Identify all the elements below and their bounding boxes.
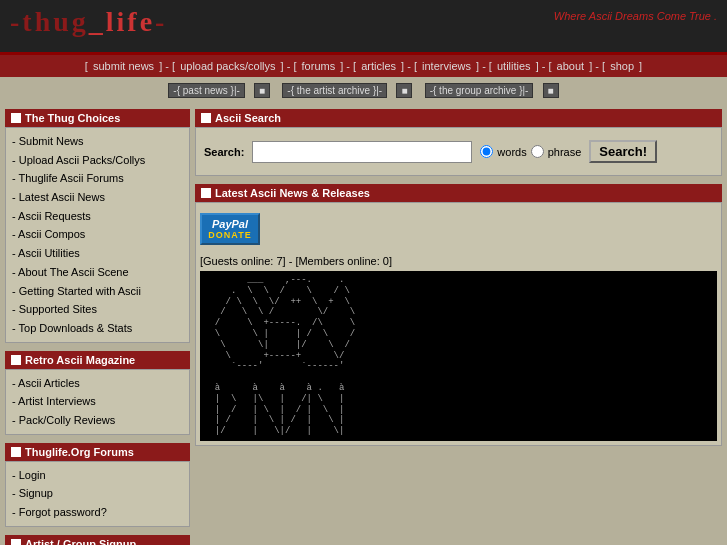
paypal-label-bottom: DONATE xyxy=(208,230,251,240)
latest-news-section: Latest Ascii News & Releases PayPal DONA… xyxy=(195,184,722,446)
logo: -thug_life- xyxy=(0,0,727,44)
nav-utilities[interactable]: utilities xyxy=(497,60,531,72)
sidebar-section-forums: Thuglife.Org Forums - Login - Signup - F… xyxy=(5,443,190,527)
nav-forums[interactable]: forums xyxy=(302,60,336,72)
nav-interviews[interactable]: interviews xyxy=(422,60,471,72)
paypal-label-top: PayPal xyxy=(212,218,248,230)
sidebar-title-forums: Thuglife.Org Forums xyxy=(5,443,190,461)
nav-upload[interactable]: upload packs/collys xyxy=(180,60,275,72)
radio-group: words phrase xyxy=(480,145,581,158)
sidebar-section-retro-magazine: Retro Ascii Magazine - Ascii Articles - … xyxy=(5,351,190,435)
radio-phrase[interactable] xyxy=(531,145,544,158)
search-form: Search: words phrase Search! xyxy=(204,136,713,167)
ascii-search-title: Ascii Search xyxy=(195,109,722,127)
content-area: Ascii Search Search: words phrase Search… xyxy=(195,109,722,545)
sidebar-title-retro-magazine: Retro Ascii Magazine xyxy=(5,351,190,369)
sidebar-section-thug-choices: The Thug Choices - Submit News - Upload … xyxy=(5,109,190,343)
latest-news-title: Latest Ascii News & Releases xyxy=(195,184,722,202)
sidebar-content-thug-choices: - Submit News - Upload Ascii Packs/Colly… xyxy=(5,127,190,343)
sidebar-item-supported-sites[interactable]: - Supported Sites xyxy=(12,300,183,319)
ascii-art-display: ___ ,---. . . \ \ / \ / \ / \ \ \/ ++ \ … xyxy=(200,271,717,441)
main-layout: The Thug Choices - Submit News - Upload … xyxy=(0,104,727,545)
btn-nav-small-2[interactable]: ■ xyxy=(396,83,412,98)
search-label: Search: xyxy=(204,146,244,158)
paypal-donate-button[interactable]: PayPal DONATE xyxy=(200,213,260,245)
btn-nav-small-3[interactable]: ■ xyxy=(543,83,559,98)
folder-icon-retro xyxy=(11,355,21,365)
sidebar-item-ascii-articles[interactable]: - Ascii Articles xyxy=(12,374,183,393)
folder-icon-search xyxy=(201,113,211,123)
sidebar-item-compos[interactable]: - Ascii Compos xyxy=(12,225,183,244)
nav-submit-news[interactable]: submit news xyxy=(93,60,154,72)
ascii-search-body: Search: words phrase Search! xyxy=(195,127,722,176)
folder-icon-artist xyxy=(11,539,21,545)
sidebar-item-signup[interactable]: - Signup xyxy=(12,484,183,503)
nav-articles[interactable]: articles xyxy=(361,60,396,72)
sidebar-item-artist-interviews[interactable]: - Artist Interviews xyxy=(12,392,183,411)
folder-icon xyxy=(11,113,21,123)
tagline: Where Ascii Dreams Come True . xyxy=(554,10,717,22)
sidebar-item-about-scene[interactable]: - About The Ascii Scene xyxy=(12,263,183,282)
sidebar-item-forums[interactable]: - Thuglife Ascii Forums xyxy=(12,169,183,188)
sidebar-item-login[interactable]: - Login xyxy=(12,466,183,485)
sidebar-section-artist-signup: Artist / Group Signup xyxy=(5,535,190,545)
group-archive-button[interactable]: -{ the group archive }|- xyxy=(425,83,534,98)
sidebar-item-upload[interactable]: - Upload Ascii Packs/Collys xyxy=(12,151,183,170)
nav-about[interactable]: about xyxy=(557,60,585,72)
sidebar-item-submit-news[interactable]: - Submit News xyxy=(12,132,183,151)
sidebar-item-latest-news[interactable]: - Latest Ascii News xyxy=(12,188,183,207)
search-input[interactable] xyxy=(252,141,472,163)
news-body: PayPal DONATE [Guests online: 7] - [Memb… xyxy=(195,202,722,446)
sidebar-item-requests[interactable]: - Ascii Requests xyxy=(12,207,183,226)
sidebar-title-artist-signup: Artist / Group Signup xyxy=(5,535,190,545)
radio-words-label: words xyxy=(497,146,526,158)
search-button[interactable]: Search! xyxy=(589,140,657,163)
past-news-button[interactable]: -{ past news }|- xyxy=(168,83,245,98)
sidebar-content-retro-magazine: - Ascii Articles - Artist Interviews - P… xyxy=(5,369,190,435)
sidebar: The Thug Choices - Submit News - Upload … xyxy=(5,109,190,545)
folder-icon-forums xyxy=(11,447,21,457)
sidebar-item-forgot-password[interactable]: - Forgot password? xyxy=(12,503,183,522)
sidebar-item-pack-reviews[interactable]: - Pack/Colly Reviews xyxy=(12,411,183,430)
searchbar-row: -{ past news }|- ■ -{ the artist archive… xyxy=(0,77,727,104)
radio-phrase-label: phrase xyxy=(548,146,582,158)
btn-nav-small-1[interactable]: ■ xyxy=(254,83,270,98)
artist-archive-button[interactable]: -{ the artist archive }|- xyxy=(282,83,387,98)
folder-icon-news xyxy=(201,188,211,198)
header: -thug_life- Where Ascii Dreams Come True… xyxy=(0,0,727,55)
sidebar-item-top-downloads[interactable]: - Top Downloads & Stats xyxy=(12,319,183,338)
sidebar-item-getting-started[interactable]: - Getting Started with Ascii xyxy=(12,282,183,301)
radio-words[interactable] xyxy=(480,145,493,158)
sidebar-title-thug-choices: The Thug Choices xyxy=(5,109,190,127)
online-status: [Guests online: 7] - [Members online: 0] xyxy=(200,255,717,267)
nav-shop[interactable]: shop xyxy=(610,60,634,72)
ascii-search-section: Ascii Search Search: words phrase Search… xyxy=(195,109,722,176)
navbar: [ submit news ] - [ upload packs/collys … xyxy=(0,55,727,77)
sidebar-item-utilities[interactable]: - Ascii Utilities xyxy=(12,244,183,263)
sidebar-content-forums: - Login - Signup - Forgot password? xyxy=(5,461,190,527)
